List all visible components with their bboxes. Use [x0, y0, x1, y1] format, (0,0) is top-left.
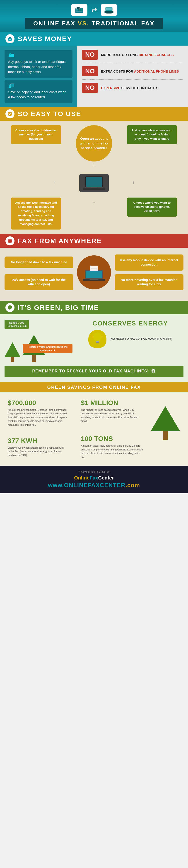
green-savings-header: GREEN SAVINGS FROM ONLINE FAX — [0, 382, 188, 392]
no-item-1: NO MORE TOLL OR LONG DISTANCE CHARGES — [82, 50, 183, 63]
no-text-1: MORE TOLL OR LONG DISTANCE CHARGES — [101, 52, 174, 57]
lightbulb-icon — [88, 330, 107, 348]
anywhere-center — [77, 255, 111, 289]
arrow-right-right: → — [131, 181, 136, 185]
tree-small — [4, 342, 21, 362]
fax-machine-icon — [71, 4, 87, 16]
globe-icon — [5, 236, 14, 245]
fax-anywhere-header: FAX FROM ANYWHERE — [0, 234, 188, 248]
green-body: Saves trees (No paper required) Reduces — [0, 314, 188, 382]
tree-top-small — [4, 342, 21, 357]
svg-line-44 — [93, 334, 93, 335]
anywhere-box-1: No longer tied down to a fax machine — [4, 256, 73, 268]
no-item-3: NO EXPENSIVE SERVICE CONTRACTS — [82, 83, 183, 93]
svg-rect-42 — [96, 342, 99, 343]
savings-desc-4: Amount of paper New Jersey's Public Serv… — [81, 444, 144, 459]
lightbulb-area: (NO NEED TO HAVE A FAX MACHIN ON 24/7) — [88, 330, 173, 348]
footer-url: www.ONLINEFAXCENTER.com — [4, 482, 184, 489]
no-badge-1: NO — [82, 50, 98, 60]
savings-amount-4: 100 TONS — [81, 435, 144, 442]
svg-rect-19 — [10, 84, 14, 87]
saves-box-2: Save on copying and labor costs when a f… — [4, 80, 73, 103]
saves-box-1: Say goodbye to ink or toner cartridges, … — [4, 50, 73, 78]
recycle-text: REMEMBER TO RECYCLE YOUR OLD FAX MACHINE… — [32, 369, 149, 374]
svg-point-40 — [93, 333, 102, 342]
recycle-icon: ♻ — [151, 368, 156, 374]
svg-rect-22 — [86, 177, 102, 187]
easy-box-choose-alerts: Choose where you want to receive fax ale… — [127, 197, 177, 217]
ink-icon — [8, 53, 69, 58]
svg-point-9 — [106, 13, 112, 14]
green-top: Saves trees (No paper required) Reduces — [4, 320, 184, 362]
header: ⇄ ONLINE FAX VS. TRADITIONAL FAX — [0, 0, 188, 32]
laptop-icon — [79, 174, 109, 192]
brand-online: Online — [74, 475, 89, 480]
savings-amount-3: 377 KWH — [8, 437, 71, 444]
savings-amount-1: $700,000 — [8, 399, 71, 407]
anywhere-box-4: No more hovering over a fax machine wait… — [115, 274, 184, 290]
no-item-2: NO EXTRA COSTS FOR ADDITIONAL PHONE LINE… — [82, 66, 183, 80]
footer: PROVIDED TO YOU BY: OnlineFaxCenter www.… — [0, 466, 188, 493]
savings-center-tree — [147, 397, 184, 442]
url-domain: ONLINEFAXCENTER — [64, 482, 125, 489]
arrow-down-2: ↑ — [93, 200, 95, 206]
savings-desc-3: Energy saved when a fax machine is repla… — [8, 446, 71, 457]
fax-anywhere-body: No longer tied down to a fax machine Use… — [0, 248, 188, 301]
easy-body: Choose a local or toll-free fax number (… — [0, 121, 188, 234]
check-icon — [5, 109, 14, 118]
vs-arrows-icon: ⇄ — [91, 6, 97, 14]
easy-header: SO EASY TO USE — [0, 107, 188, 121]
green-savings-section: GREEN SAVINGS FROM ONLINE FAX $700,000 A… — [0, 382, 188, 466]
arrow-right-left: → — [52, 181, 57, 185]
savings-tree-top — [151, 406, 180, 431]
svg-rect-41 — [96, 341, 99, 342]
footer-brand: OnlineFaxCenter — [4, 475, 184, 481]
savings-desc-2: The number of trees saved each year when… — [81, 408, 144, 423]
easy-to-use-section: SO EASY TO USE Choose a local or toll-fr… — [0, 107, 188, 234]
saves-money-title: SAVES MONEY — [18, 35, 72, 43]
svg-rect-15 — [9, 53, 11, 55]
saves-money-header: SAVES MONEY — [0, 32, 188, 45]
green-left: Saves trees (No paper required) Reduces — [4, 320, 73, 362]
savings-body: $700,000 Amount the Environmental Defens… — [0, 392, 188, 466]
saves-trees-badge: Saves trees (No paper required) — [4, 320, 29, 329]
easy-box-access-web: Access the Web-interface and all the too… — [11, 197, 61, 229]
recycle-banner: REMEMBER TO RECYCLE YOUR OLD FAX MACHINE… — [4, 366, 184, 377]
saves-money-section: SAVES MONEY Say goodbye to ink or toner … — [0, 32, 188, 107]
savings-large-tree — [151, 406, 180, 440]
savings-grid: $700,000 Amount the Environmental Defens… — [4, 397, 147, 461]
no-badge-2: NO — [82, 66, 98, 76]
fax-anywhere-title: FAX FROM ANYWHERE — [18, 237, 102, 245]
arrow-down-1: ↓ — [93, 162, 95, 167]
its-green-section: IT'S GREEN, BIG TIME Saves trees (No pap… — [0, 301, 188, 382]
header-title: ONLINE FAX VS. TRADITIONAL FAX — [33, 20, 155, 27]
no-text-2: EXTRA COSTS FOR ADDITIONAL PHONE LINES — [101, 69, 179, 74]
svg-rect-35 — [90, 266, 98, 271]
green-title: IT'S GREEN, BIG TIME — [18, 304, 99, 311]
svg-rect-2 — [76, 9, 78, 10]
svg-rect-16 — [12, 54, 14, 57]
anywhere-box-3: 24/7 access (no need to wait for the off… — [4, 274, 73, 290]
printer-icon — [5, 34, 14, 43]
brand-fax: Fax — [89, 475, 98, 480]
savings-item-3: 377 KWH Energy saved when a fax machine … — [4, 435, 74, 460]
footer-provided-label: PROVIDED TO YOU BY: — [4, 470, 184, 473]
svg-rect-8 — [106, 8, 112, 10]
green-header: IT'S GREEN, BIG TIME — [0, 301, 188, 314]
svg-rect-5 — [76, 11, 82, 12]
tree-trunk-small — [11, 357, 14, 362]
svg-rect-3 — [79, 9, 80, 10]
savings-desc-1: Amount the Environmental Defense Fund de… — [8, 408, 71, 427]
svg-rect-11 — [9, 37, 11, 38]
conserves-title: CONSERVES ENERGY — [92, 320, 168, 327]
brand-center: Center — [98, 475, 114, 480]
tree-trunk-large — [32, 355, 36, 362]
savings-item-2: $1 MILLION The number of trees saved eac… — [78, 397, 147, 429]
savings-tree-trunk — [163, 431, 168, 440]
easy-box-add-others: Add others who can use your account for … — [127, 125, 177, 145]
tree-area: Reduces waste and preserves the environm… — [4, 335, 73, 362]
url-suffix: .com — [125, 482, 140, 489]
fax-anywhere-section: FAX FROM ANYWHERE No longer tied down to… — [0, 234, 188, 301]
header-title-bar: ONLINE FAX VS. TRADITIONAL FAX — [25, 18, 163, 29]
reduces-badge: Reduces waste and preserves the environm… — [23, 344, 73, 353]
